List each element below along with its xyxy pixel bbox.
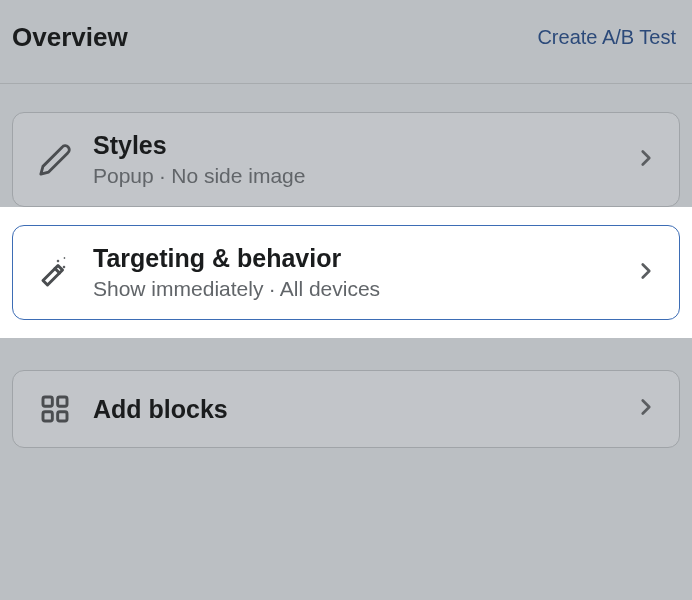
highlight-wrapper: Targeting & behavior Show immediately · …: [0, 207, 692, 338]
styles-title: Styles: [93, 131, 633, 160]
magic-wand-icon: [35, 253, 75, 293]
targeting-subtitle: Show immediately · All devices: [93, 277, 633, 301]
styles-subtitle: Popup · No side image: [93, 164, 633, 188]
blocks-icon: [35, 389, 75, 429]
create-ab-test-link[interactable]: Create A/B Test: [537, 26, 676, 49]
svg-rect-2: [43, 412, 52, 421]
section-add-blocks: Add blocks: [0, 370, 692, 448]
targeting-title: Targeting & behavior: [93, 244, 633, 273]
add-blocks-card[interactable]: Add blocks: [12, 370, 680, 448]
add-blocks-content: Add blocks: [93, 395, 633, 424]
svg-rect-3: [58, 412, 67, 421]
section-styles: Styles Popup · No side image: [0, 84, 692, 207]
targeting-card[interactable]: Targeting & behavior Show immediately · …: [12, 225, 680, 320]
page-title: Overview: [12, 22, 128, 53]
pencil-icon: [35, 140, 75, 180]
chevron-right-icon: [633, 258, 659, 288]
svg-rect-1: [58, 397, 67, 406]
spacer: [0, 338, 692, 370]
targeting-content: Targeting & behavior Show immediately · …: [93, 244, 633, 301]
chevron-right-icon: [633, 145, 659, 175]
chevron-right-icon: [633, 394, 659, 424]
add-blocks-title: Add blocks: [93, 395, 228, 424]
svg-rect-0: [43, 397, 52, 406]
styles-content: Styles Popup · No side image: [93, 131, 633, 188]
styles-card[interactable]: Styles Popup · No side image: [12, 112, 680, 207]
header: Overview Create A/B Test: [0, 0, 692, 84]
